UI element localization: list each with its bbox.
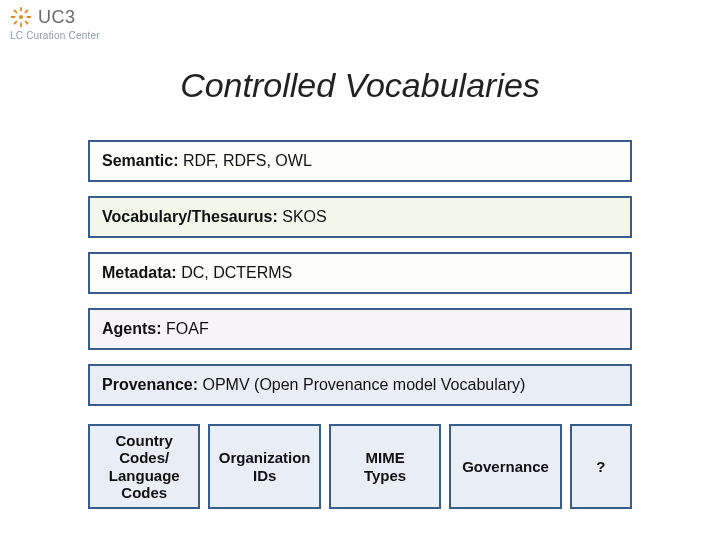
- row-agents: Agents: FOAF: [88, 308, 632, 350]
- row-label: Agents:: [102, 320, 166, 337]
- cell-mime-types: MIME Types: [329, 424, 441, 509]
- svg-rect-8: [24, 20, 29, 25]
- logo-text: UC3: [38, 7, 76, 28]
- row-semantic: Semantic: RDF, RDFS, OWL: [88, 140, 632, 182]
- cell-organization-ids: Organization IDs: [208, 424, 320, 509]
- row-label: Semantic:: [102, 152, 183, 169]
- svg-rect-7: [13, 9, 18, 14]
- cell-governance: Governance: [449, 424, 561, 509]
- bottom-row: Country Codes/ Language Codes Organizati…: [88, 424, 632, 509]
- svg-rect-6: [13, 20, 18, 25]
- svg-rect-2: [20, 23, 22, 28]
- row-label: Metadata:: [102, 264, 181, 281]
- row-metadata: Metadata: DC, DCTERMS: [88, 252, 632, 294]
- row-value: SKOS: [282, 208, 326, 225]
- page-title: Controlled Vocabularies: [0, 66, 720, 105]
- row-value: DC, DCTERMS: [181, 264, 292, 281]
- svg-rect-1: [20, 7, 22, 12]
- starburst-icon: [10, 6, 32, 28]
- cell-country-language-codes: Country Codes/ Language Codes: [88, 424, 200, 509]
- cell-unknown: ?: [570, 424, 632, 509]
- logo-subtitle: LC Curation Center: [10, 30, 100, 41]
- logo-top: UC3: [10, 6, 100, 28]
- row-provenance: Provenance: OPMV (Open Provenance model …: [88, 364, 632, 406]
- svg-rect-4: [27, 16, 32, 18]
- row-value: FOAF: [166, 320, 209, 337]
- svg-rect-3: [11, 16, 16, 18]
- svg-rect-5: [24, 9, 29, 14]
- row-value: RDF, RDFS, OWL: [183, 152, 312, 169]
- row-label: Vocabulary/Thesaurus:: [102, 208, 282, 225]
- row-vocabulary-thesaurus: Vocabulary/Thesaurus: SKOS: [88, 196, 632, 238]
- logo: UC3 LC Curation Center: [10, 6, 100, 41]
- svg-point-0: [19, 15, 23, 19]
- row-label: Provenance:: [102, 376, 202, 393]
- row-value: OPMV (Open Provenance model Vocabulary): [202, 376, 525, 393]
- vocabulary-rows: Semantic: RDF, RDFS, OWL Vocabulary/Thes…: [88, 140, 632, 406]
